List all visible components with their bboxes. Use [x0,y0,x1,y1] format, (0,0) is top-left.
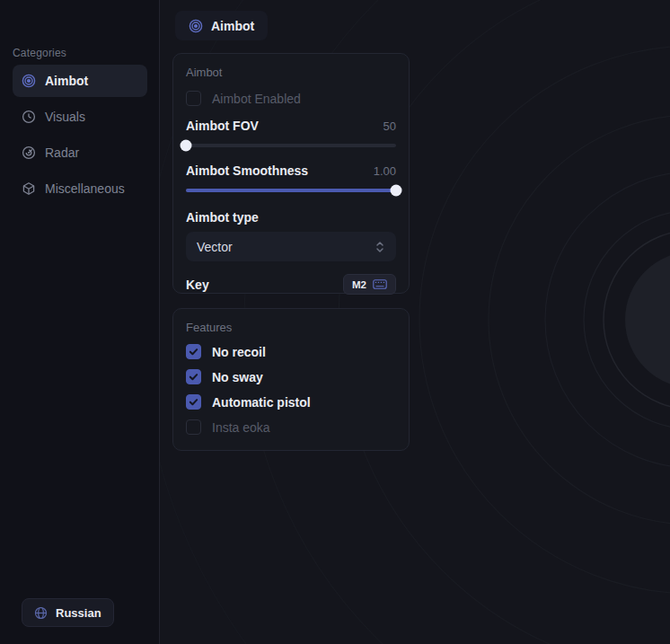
aimbot-type-selected-value: Vector [197,240,233,254]
fov-value: 50 [383,119,396,133]
key-label: Key [186,278,209,292]
smoothness-value: 1.00 [374,164,396,178]
fov-label: Aimbot FOV [186,119,259,133]
sidebar-item-miscellaneous[interactable]: Miscellaneous [13,172,147,205]
insta-eoka-label: Insta eoka [212,420,270,435]
smoothness-slider[interactable] [186,184,396,196]
card-title: Features [186,319,396,334]
smoothness-slider-fill [186,189,396,192]
sidebar-item-radar[interactable]: Radar [13,137,147,169]
language-label: Russian [56,606,101,620]
feature-row-automatic-pistol[interactable]: Automatic pistol [186,394,396,410]
feature-row-no-recoil[interactable]: No recoil [186,344,396,359]
aimbot-type-select[interactable]: Vector [186,232,396,261]
aimbot-settings-card: Aimbot Aimbot Enabled Aimbot FOV 50 Aimb… [172,53,410,294]
no-recoil-checkbox[interactable] [186,344,201,359]
aimbot-type-label: Aimbot type [186,210,396,225]
feature-row-no-sway[interactable]: No sway [186,369,396,384]
sidebar-item-visuals[interactable]: Visuals [13,101,147,133]
insta-eoka-checkbox[interactable] [186,419,201,435]
sidebar-item-aimbot[interactable]: Aimbot [13,65,147,97]
tab-label: Aimbot [211,19,254,33]
visuals-icon [22,110,36,124]
automatic-pistol-checkbox[interactable] [186,394,201,410]
no-sway-label: No sway [212,370,263,384]
feature-row-insta-eoka[interactable]: Insta eoka [186,419,396,435]
aimbot-enabled-checkbox[interactable] [186,91,201,106]
no-sway-checkbox[interactable] [186,369,201,384]
smoothness-header: Aimbot Smoothness 1.00 [186,163,396,178]
chevron-up-down-icon [375,241,385,253]
key-bind-button[interactable]: M2 [343,274,396,295]
card-title: Aimbot [186,64,396,79]
key-row: Key M2 [186,274,396,295]
main-content: Aimbot Aimbot Aimbot Enabled Aimbot FOV … [160,0,670,644]
fov-slider[interactable] [186,139,396,151]
aimbot-enabled-checkbox-row[interactable]: Aimbot Enabled [186,91,396,106]
target-icon [22,74,36,88]
fov-slider-thumb[interactable] [181,139,192,151]
category-nav: Aimbot Visuals Radar [13,65,147,205]
sidebar-item-label: Aimbot [45,74,88,88]
fov-header: Aimbot FOV 50 [186,119,396,133]
smoothness-slider-thumb[interactable] [391,184,402,196]
smoothness-label: Aimbot Smoothness [186,163,308,178]
features-card: Features No recoil No sway Automatic pis… [172,308,410,451]
language-button[interactable]: Russian [22,598,114,627]
target-icon [189,19,203,33]
sidebar-item-label: Miscellaneous [45,181,125,196]
fov-slider-track [186,144,396,147]
cube-icon [22,181,36,196]
keyboard-icon [373,279,387,289]
no-recoil-label: No recoil [212,345,266,359]
radar-icon [22,146,36,160]
categories-heading: Categories [13,47,66,59]
sidebar: Categories Aimbot Visuals [0,0,160,644]
tab-aimbot[interactable]: Aimbot [175,11,268,40]
sidebar-item-label: Visuals [45,110,85,124]
key-binding-value: M2 [352,279,366,290]
automatic-pistol-label: Automatic pistol [212,395,311,410]
features-list: No recoil No sway Automatic pistol Insta… [186,344,396,435]
globe-icon [34,606,48,620]
sidebar-item-label: Radar [45,146,79,160]
aimbot-enabled-label: Aimbot Enabled [212,92,301,106]
